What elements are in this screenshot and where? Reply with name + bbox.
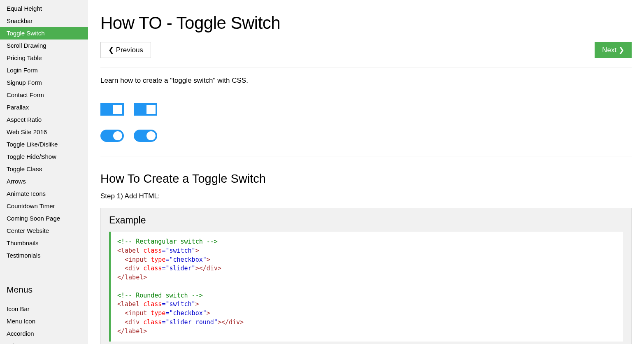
- sidebar-item-web-site-2016[interactable]: Web Site 2016: [0, 126, 88, 138]
- toggle-switch-round-on-2[interactable]: [134, 130, 157, 142]
- sidebar-item-animate-icons[interactable]: Animate Icons: [0, 188, 88, 200]
- section-heading: How To Create a Toggle Switch: [100, 172, 632, 186]
- example-title: Example: [109, 215, 623, 226]
- divider: [100, 67, 632, 67]
- sidebar: Equal HeightSnackbarToggle SwitchScroll …: [0, 0, 88, 344]
- divider: [100, 94, 632, 94]
- sidebar-item-scroll-drawing[interactable]: Scroll Drawing: [0, 40, 88, 52]
- round-switch-row: [100, 130, 632, 144]
- toggle-switch-rect-on-2[interactable]: [134, 103, 157, 116]
- sidebar-item-arrows[interactable]: Arrows: [0, 175, 88, 188]
- sidebar-item-contact-form[interactable]: Contact Form: [0, 89, 88, 101]
- sidebar-item-thumbnails[interactable]: Thumbnails: [0, 237, 88, 249]
- main-content: How TO - Toggle Switch ❮ Previous Next ❯…: [88, 0, 644, 344]
- example-box: Example <!-- Rectangular switch --> <lab…: [100, 208, 632, 344]
- sidebar-item-toggle-switch[interactable]: Toggle Switch: [0, 27, 88, 40]
- sidebar-item-accordion[interactable]: Accordion: [0, 328, 88, 340]
- sidebar-item-login-form[interactable]: Login Form: [0, 64, 88, 77]
- sidebar-item-toggle-like-dislike[interactable]: Toggle Like/Dislike: [0, 138, 88, 151]
- sidebar-item-menu-icon[interactable]: Menu Icon: [0, 315, 88, 328]
- sidebar-item-aspect-ratio[interactable]: Aspect Ratio: [0, 114, 88, 126]
- sidebar-item-center-website[interactable]: Center Website: [0, 225, 88, 237]
- sidebar-heading-menus: Menus: [0, 277, 88, 296]
- divider: [100, 156, 632, 156]
- sidebar-item-icon-bar[interactable]: Icon Bar: [0, 303, 88, 315]
- sidebar-item-pricing-table[interactable]: Pricing Table: [0, 52, 88, 64]
- previous-button[interactable]: ❮ Previous: [100, 42, 151, 58]
- page-title: How TO - Toggle Switch: [100, 13, 632, 33]
- sidebar-item-toggle-class[interactable]: Toggle Class: [0, 163, 88, 175]
- intro-text: Learn how to create a "toggle switch" wi…: [100, 77, 632, 85]
- toggle-switch-round-on[interactable]: [100, 130, 124, 142]
- step-1-label: Step 1) Add HTML:: [100, 192, 632, 200]
- sidebar-item-snackbar[interactable]: Snackbar: [0, 15, 88, 27]
- rectangular-switch-row: [100, 103, 632, 117]
- sidebar-item-coming-soon-page[interactable]: Coming Soon Page: [0, 212, 88, 225]
- next-button[interactable]: Next ❯: [595, 42, 632, 58]
- nav-buttons: ❮ Previous Next ❯: [100, 42, 632, 58]
- toggle-switch-rect-on[interactable]: [100, 103, 124, 116]
- sidebar-item-toggle-hide-show[interactable]: Toggle Hide/Show: [0, 151, 88, 163]
- sidebar-item-parallax[interactable]: Parallax: [0, 101, 88, 114]
- sidebar-item-testimonials[interactable]: Testimonials: [0, 249, 88, 262]
- sidebar-item-countdown-timer[interactable]: Countdown Timer: [0, 200, 88, 212]
- sidebar-item-signup-form[interactable]: Signup Form: [0, 77, 88, 89]
- code-block: <!-- Rectangular switch --> <label class…: [109, 232, 623, 342]
- sidebar-item-tabs[interactable]: Tabs: [0, 340, 88, 344]
- sidebar-item-equal-height[interactable]: Equal Height: [0, 2, 88, 15]
